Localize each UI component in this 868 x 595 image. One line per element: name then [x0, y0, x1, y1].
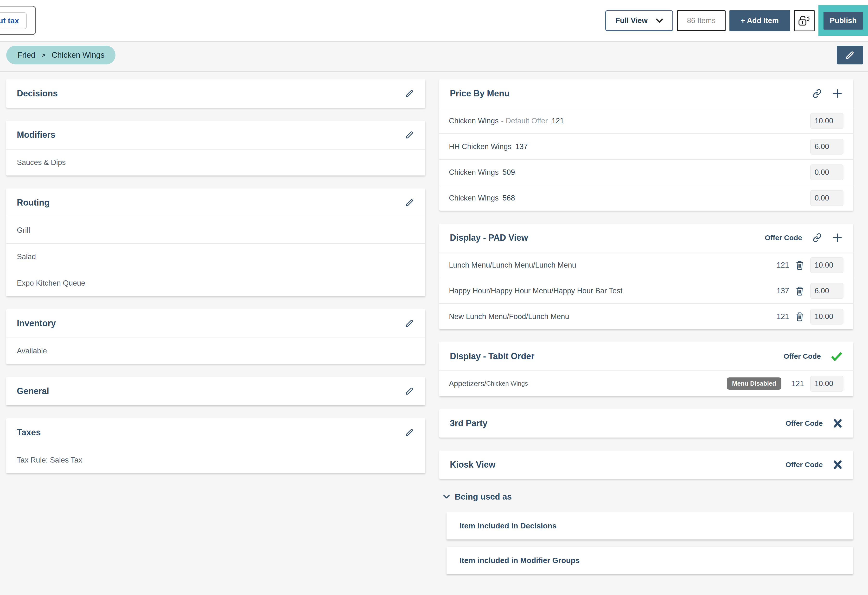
menu-path: Lunch Menu/Lunch Menu/Lunch Menu [449, 261, 576, 270]
card-title: Display - Tabit Order [450, 351, 534, 361]
publish-highlight: Publish [818, 5, 868, 36]
price-input[interactable]: 6.00 [810, 283, 843, 299]
offer-suffix: - Default Offer [501, 116, 548, 125]
being-used-as-toggle[interactable]: Being used as [443, 492, 853, 501]
menu-path: Appetizers/ [449, 379, 486, 388]
trash-icon[interactable] [795, 312, 804, 321]
right-column: Price By Menu Chick [439, 80, 853, 581]
edit-pencil-icon[interactable] [404, 318, 415, 328]
offer-code-label: Offer Code [785, 419, 823, 427]
pencil-icon [844, 50, 856, 60]
view-select-value: Full View [616, 16, 648, 25]
menu-path: New Lunch Menu/Food/Lunch Menu [449, 312, 569, 321]
offer-code-value: 137 [515, 142, 528, 151]
breadcrumb-category[interactable]: Fried [17, 50, 35, 60]
offer-code-value: 137 [776, 287, 789, 295]
chevron-down-icon [443, 495, 450, 499]
offer-name: Chicken Wings [449, 116, 499, 125]
offer-code-value: 568 [503, 194, 515, 202]
offer-name: Chicken Wings [449, 168, 499, 177]
card-title: Routing [17, 197, 50, 208]
pad-row: New Lunch Menu/Food/Lunch Menu 121 10.00 [439, 303, 853, 329]
left-column: Decisions Modifiers Sauces & Dips [6, 80, 425, 581]
card-general: General [6, 377, 425, 405]
chevron-down-icon [656, 19, 663, 23]
offer-code-label: Offer Code [765, 234, 802, 242]
edit-pencil-icon[interactable] [404, 197, 415, 208]
trash-icon[interactable] [795, 286, 804, 296]
price-input[interactable]: 10.00 [810, 309, 843, 324]
offer-code-value: 121 [791, 379, 804, 388]
content: Decisions Modifiers Sauces & Dips [0, 72, 868, 581]
card-title: Price By Menu [450, 88, 509, 99]
price-input[interactable]: 10.00 [810, 257, 843, 273]
pad-row: Happy Hour/Happy Hour Menu/Happy Hour Ba… [439, 278, 853, 303]
card-modifiers: Modifiers Sauces & Dips [6, 121, 425, 175]
list-item: Tax Rule: Sales Tax [6, 447, 425, 473]
menu-path: Happy Hour/Happy Hour Menu/Happy Hour Ba… [449, 287, 622, 295]
card-routing: Routing Grill Salad Expo Kitchen Queue [6, 189, 425, 296]
card-display-pad-view: Display - PAD View Offer Code [439, 224, 853, 329]
add-item-button[interactable]: + Add Item [729, 10, 790, 31]
offer-code-value: 509 [503, 168, 515, 177]
card-decisions: Decisions [6, 80, 425, 108]
publish-button[interactable]: Publish [824, 12, 863, 29]
edit-pencil-icon[interactable] [404, 386, 415, 396]
edit-pencil-icon[interactable] [404, 427, 415, 438]
offer-name: HH Chicken Wings [449, 142, 511, 151]
price-row: Chicken Wings - Default Offer 121 10.00 [439, 108, 853, 133]
card-display-tabit-order: Display - Tabit Order Offer Code Appetiz… [439, 342, 853, 396]
offer-code-label: Offer Code [784, 352, 821, 360]
offer-code-value: 121 [776, 312, 789, 321]
card-inventory: Inventory Available [6, 309, 425, 364]
price-row: HH Chicken Wings 137 6.00 [439, 133, 853, 159]
menu-disabled-badge: Menu Disabled [727, 377, 781, 390]
breadcrumb[interactable]: Fried > Chicken Wings [6, 46, 115, 65]
menu-path-item: Chicken Wings [486, 380, 528, 387]
card-taxes: Taxes Tax Rule: Sales Tax [6, 418, 425, 473]
card-title: Modifiers [17, 130, 55, 140]
list-item: Sauces & Dips [6, 149, 425, 175]
tabit-row: Appetizers/ Chicken Wings Menu Disabled … [439, 370, 853, 396]
edit-pencil-icon[interactable] [404, 130, 415, 140]
items-count-badge: 86 Items [677, 10, 726, 31]
card-title: General [17, 386, 49, 396]
card-title: 3rd Party [450, 418, 487, 429]
breadcrumb-separator: > [41, 52, 45, 59]
edit-pencil-icon[interactable] [404, 88, 415, 99]
list-item: Available [6, 337, 425, 364]
plus-icon[interactable] [833, 88, 843, 99]
breadcrumb-item: Chicken Wings [52, 50, 105, 60]
edit-item-button[interactable] [837, 46, 863, 65]
tax-toggle-label: ut tax [0, 12, 27, 29]
link-icon[interactable] [812, 233, 822, 243]
pad-row: Lunch Menu/Lunch Menu/Lunch Menu 121 10.… [439, 252, 853, 278]
price-input[interactable]: 0.00 [810, 190, 843, 206]
card-title: Kiosk View [450, 460, 495, 470]
offer-code-label: Offer Code [785, 461, 823, 469]
price-row: Chicken Wings 568 0.00 [439, 185, 853, 211]
card-third-party: 3rd Party Offer Code [439, 409, 853, 437]
offer-code-value: 121 [552, 116, 564, 125]
price-input[interactable]: 0.00 [810, 165, 843, 180]
being-used-item[interactable]: Item included in Decisions [446, 512, 853, 539]
being-used-as-title: Being used as [455, 492, 512, 501]
lock-button[interactable] [794, 10, 815, 31]
trash-icon[interactable] [795, 260, 804, 270]
price-input[interactable]: 10.00 [810, 376, 843, 392]
view-select[interactable]: Full View [605, 10, 673, 31]
card-title: Decisions [17, 88, 58, 99]
x-icon [833, 460, 843, 470]
being-used-item[interactable]: Item included in Modifier Groups [446, 547, 853, 574]
price-input[interactable]: 10.00 [810, 113, 843, 129]
offer-name: Chicken Wings [449, 194, 499, 202]
toolbar-actions: Full View 86 Items + Add Item Publis [605, 10, 868, 31]
card-kiosk-view: Kiosk View Offer Code [439, 451, 853, 479]
check-icon [831, 352, 843, 361]
plus-icon[interactable] [833, 233, 843, 243]
link-icon[interactable] [812, 88, 822, 99]
price-input[interactable]: 6.00 [810, 139, 843, 155]
offer-code-value: 121 [776, 261, 789, 270]
breadcrumb-band: Fried > Chicken Wings [0, 41, 868, 72]
tax-toggle-button[interactable]: ut tax [0, 6, 36, 35]
